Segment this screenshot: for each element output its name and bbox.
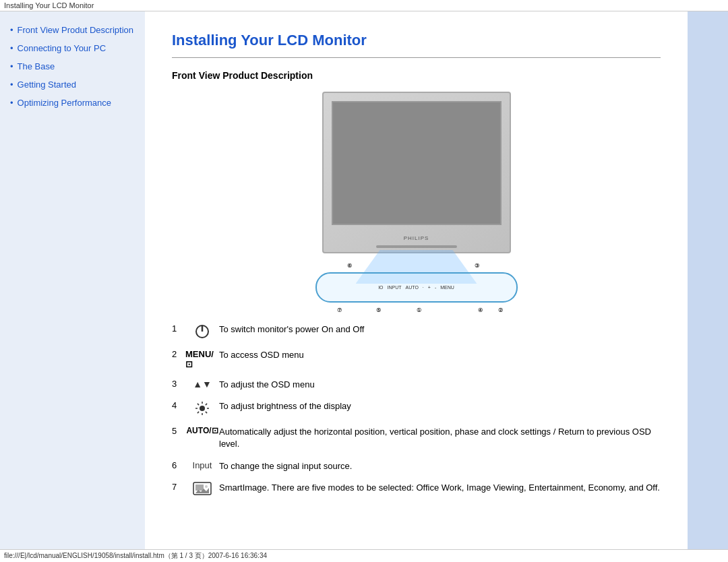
sidebar-item-connecting[interactable]: Connecting to Your PC [10,43,135,53]
smartimage-icon [193,482,212,497]
desc-icon-1 [185,323,219,340]
sidebar-item-front-view[interactable]: Front View Produt Description [10,25,135,35]
desc-icon-5: AUTO/⊡ [185,426,219,435]
btn-menu: MENU [440,285,454,290]
btn-minus: - [435,285,436,290]
monitor-container: PHILIPS ⑥ ③ IO INPUT AUTO · [302,92,531,307]
btn-num-3: ③ [475,263,479,269]
main-layout: Front View Produt Description Connecting… [0,11,728,549]
monitor-buttons-bar [376,245,457,248]
status-bar-text: file:///E|/lcd/manual/ENGLISH/19058/inst… [4,552,267,559]
menu-icon-text: MENU/⊡ [185,349,219,369]
desc-num-4: 4 [172,400,185,410]
btn-auto: AUTO [406,285,419,290]
btn-num-1: ① [417,307,421,313]
page-title: Installing Your LCD Monitor [172,32,661,49]
brightness-icon [194,400,210,416]
btn-num-5: ⑤ [376,307,381,313]
desc-item-7: 7 SmartImage. There are five modes to be… [172,482,661,497]
desc-icon-3: ▲▼ [185,379,219,389]
title-bar: Installing Your LCD Monitor [0,0,728,11]
center-panel: Installing Your LCD Monitor Front View P… [145,11,688,549]
svg-point-13 [205,485,208,488]
buttons-panel: ⑥ ③ IO INPUT AUTO · + - MENU ⑦ ⑤ [315,272,518,303]
svg-line-8 [206,412,207,413]
btn-plus: + [428,285,431,290]
desc-text-2: To access OSD menu [219,349,661,361]
desc-icon-4 [185,400,219,416]
monitor-screen [332,101,502,225]
desc-num-1: 1 [172,323,185,334]
desc-item-2: 2 MENU/⊡ To access OSD menu [172,349,661,369]
btn-io: IO [378,285,383,290]
desc-item-4: 4 To adjust brightness of the displ [172,400,661,416]
monitor-diagram: PHILIPS ⑥ ③ IO INPUT AUTO · [172,92,661,307]
btn-num-7: ⑦ [337,307,342,313]
desc-num-6: 6 [172,460,185,470]
desc-text-1: To switch monitor's power On and Off [219,323,661,336]
sidebar-item-optimizing[interactable]: Optimizing Performance [10,98,135,108]
svg-line-7 [198,404,199,405]
svg-point-2 [200,406,205,411]
sidebar-item-getting-started[interactable]: Getting Started [10,80,135,90]
divider [172,57,661,58]
desc-text-7: SmartImage. There are five modes to be s… [219,482,661,494]
btn-num-2: ② [498,307,503,313]
sidebar-item-base[interactable]: The Base [10,61,135,71]
input-icon-text: Input [193,460,212,470]
description-list: 1 To switch monitor's power On and Off 2… [172,323,661,497]
title-bar-text: Installing Your LCD Monitor [4,1,94,9]
desc-text-3: To adjust the OSD menu [219,379,661,391]
btn-num-4: ④ [478,307,483,313]
status-bar: file:///E|/lcd/manual/ENGLISH/19058/inst… [0,549,728,562]
desc-text-5: Automatically adjust the horizontal posi… [219,426,661,450]
button-row: IO INPUT AUTO · + - MENU [324,285,510,290]
desc-icon-7 [185,482,219,497]
desc-num-5: 5 [172,426,185,436]
desc-item-3: 3 ▲▼ To adjust the OSD menu [172,379,661,391]
section-title: Front View Product Description [172,70,661,81]
desc-num-2: 2 [172,349,185,359]
desc-num-7: 7 [172,482,185,492]
arrows-icon: ▲▼ [193,379,212,389]
desc-num-3: 3 [172,379,185,389]
btn-dot1: · [423,285,424,290]
svg-rect-12 [195,485,204,491]
right-panel [688,11,728,549]
btn-num-6: ⑥ [347,263,352,269]
desc-icon-2: MENU/⊡ [185,349,219,369]
monitor-brand: PHILIPS [404,235,429,241]
auto-icon-text: AUTO/⊡ [186,426,218,435]
monitor-body: PHILIPS [322,92,511,253]
desc-text-4: To adjust brightness of the display [219,400,661,412]
left-sidebar: Front View Produt Description Connecting… [0,11,145,549]
desc-item-5: 5 AUTO/⊡ Automatically adjust the horizo… [172,426,661,450]
desc-item-6: 6 Input To change the signal input sourc… [172,460,661,472]
btn-input: INPUT [388,285,402,290]
desc-text-6: To change the signal input source. [219,460,661,472]
svg-line-10 [198,412,199,413]
desc-icon-6: Input [185,460,219,470]
desc-item-1: 1 To switch monitor's power On and Off [172,323,661,340]
svg-line-9 [206,404,207,405]
power-icon [194,323,210,340]
